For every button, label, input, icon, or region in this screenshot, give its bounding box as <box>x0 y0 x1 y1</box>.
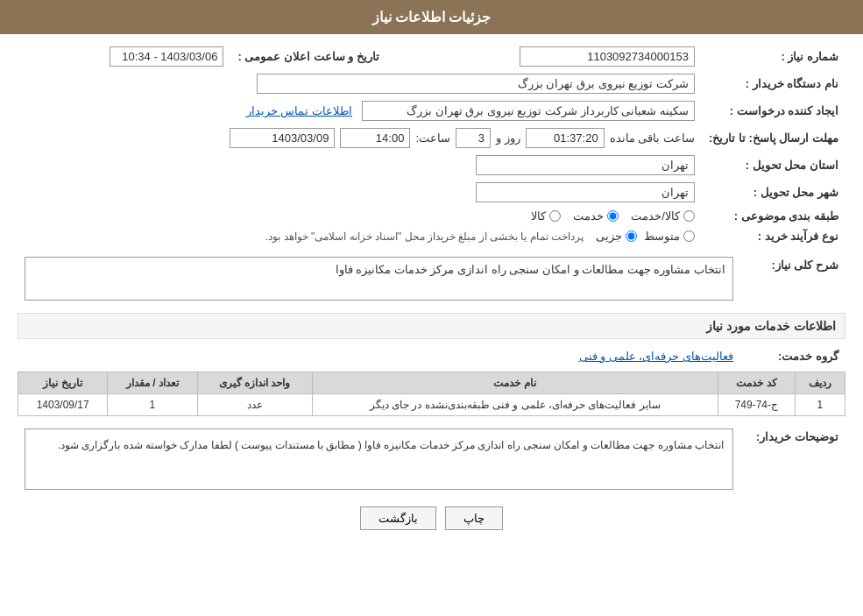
row-ostan: استان محل تحویل : تهران <box>18 152 845 179</box>
nam-dastgah-box: شرکت توزیع نیروی برق تهران بزرگ <box>257 74 695 94</box>
row-shomareNiaz: شماره نیاز : 1103092734000153 تاریخ و سا… <box>18 43 845 70</box>
cell-tarikhNiaz: 1403/09/17 <box>18 394 108 416</box>
label-mohlat: مهلت ارسال پاسخ: تا تاریخ: <box>702 124 845 152</box>
main-content: شماره نیاز : 1103092734000153 تاریخ و سا… <box>0 34 863 539</box>
services-header-row: ردیف کد خدمت نام خدمت واحد اندازه گیری ت… <box>18 372 845 394</box>
label-tawzihat: توضیحات خریدار: <box>740 425 845 493</box>
saat-box: 14:00 <box>340 128 410 148</box>
label-namDastgah: نام دستگاه خریدار : <box>702 70 845 97</box>
date-box: 1403/03/09 <box>230 128 335 148</box>
radio-khadamat-label: خدمت <box>573 209 604 223</box>
radio-kala-input[interactable] <box>549 210 561 222</box>
value-ijadKonande: سکینه شعبانی کاربرداز شرکت توزیع نیروی ب… <box>18 97 702 124</box>
label-saat: ساعت: <box>415 131 450 145</box>
radio-kala-khadamat[interactable]: کالا/خدمت <box>631 209 695 223</box>
table-row: 1ج-74-749سایر فعالیت‌های حرفه‌ای، علمی و… <box>18 394 845 416</box>
th-vahedAndaze: واحد اندازه گیری <box>197 372 312 394</box>
grohe-table: گروه خدمت: فعالیت‌های حرفه‌ای، علمی و فن… <box>18 346 845 366</box>
label-tarikh-aelan: تاریخ و ساعت اعلان عمومی : <box>230 43 386 70</box>
page-title: جزئیات اطلاعات نیاز <box>372 10 492 25</box>
grohe-link[interactable]: فعالیت‌های حرفه‌ای، علمی و فنی <box>579 350 733 363</box>
rooz-box: 3 <box>456 128 491 148</box>
label-shahr: شهر محل تحویل : <box>702 179 845 206</box>
label-grohe: گروه خدمت: <box>740 346 845 366</box>
page-wrapper: جزئیات اطلاعات نیاز شماره نیاز : 1103092… <box>0 0 863 616</box>
radio-khadamat-input[interactable] <box>607 210 619 222</box>
label-nowFarayand: نوع فرآیند خرید : <box>702 226 845 246</box>
cell-vahedAndaze: عدد <box>197 394 312 416</box>
row-grohe: گروه خدمت: فعالیت‌های حرفه‌ای، علمی و فن… <box>18 346 845 366</box>
tawzihat-text: انتخاب مشاوره جهت مطالعات و امکان سنجی ر… <box>58 439 724 451</box>
ijad-konande-box: سکینه شعبانی کاربرداز شرکت توزیع نیروی ب… <box>362 101 695 121</box>
row-shahr: شهر محل تحویل : تهران <box>18 179 845 206</box>
services-table: ردیف کد خدمت نام خدمت واحد اندازه گیری ت… <box>18 372 845 416</box>
radio-kala-khadamat-label: کالا/خدمت <box>631 209 680 223</box>
radio-kala-khadamat-input[interactable] <box>683 210 695 222</box>
tabaqebandi-radio-group: کالا/خدمت خدمت کالا <box>25 209 695 223</box>
radio-kala-label: کالا <box>531 209 546 223</box>
radio-khadamat[interactable]: خدمت <box>573 209 619 223</box>
row-nowFarayand: نوع فرآیند خرید : متوسط جزیی پرداخت تمام… <box>18 226 845 246</box>
th-namKhadamat: نام خدمت <box>312 372 718 394</box>
th-tarikhNiaz: تاریخ نیاز <box>18 372 108 394</box>
section2-title: اطلاعات خدمات مورد نیاز <box>18 313 845 339</box>
tawzihat-table: توضیحات خریدار: انتخاب مشاوره جهت مطالعا… <box>18 425 845 493</box>
row-sharh: شرح کلی نیاز: انتخاب مشاوره جهت مطالعات … <box>18 253 845 304</box>
shomare-niaz-box: 1103092734000153 <box>520 46 695 67</box>
value-shomareNiaz: 1103092734000153 <box>386 43 702 70</box>
th-kodKhadamat: کد خدمت <box>718 372 795 394</box>
row-namDastgah: نام دستگاه خریدار : شرکت توزیع نیروی برق… <box>18 70 845 97</box>
value-ostan: تهران <box>18 152 702 179</box>
value-tarikh-aelan: 1403/03/06 - 10:34 <box>18 43 230 70</box>
label-ijadKonande: ایجاد کننده درخواست : <box>702 97 845 124</box>
sharh-box: انتخاب مشاوره جهت مطالعات و امکان سنجی ر… <box>25 257 733 301</box>
radio-mottasat-input[interactable] <box>683 230 695 242</box>
label-tabaqebandi: طبقه بندی موضوعی : <box>702 206 845 226</box>
farayand-note: پرداخت تمام یا بخشی از مبلغ خریداز محل "… <box>265 230 584 243</box>
saat-mande-box: 01:37:20 <box>526 128 605 148</box>
shahr-box: تهران <box>476 182 695 202</box>
row-tawzihat: توضیحات خریدار: انتخاب مشاوره جهت مطالعا… <box>18 425 845 493</box>
tarikh-aelan-box: 1403/03/06 - 10:34 <box>110 46 223 67</box>
cell-namKhadamat: سایر فعالیت‌های حرفه‌ای، علمی و فنی طبقه… <box>312 394 718 416</box>
radio-kala[interactable]: کالا <box>531 209 561 223</box>
label-ostan: استان محل تحویل : <box>702 152 845 179</box>
row-tabaqebandi: طبقه بندی موضوعی : کالا/خدمت خدمت <box>18 206 845 226</box>
row-ijadKonande: ایجاد کننده درخواست : سکینه شعبانی کاربر… <box>18 97 845 124</box>
th-radif: ردیف <box>795 372 845 394</box>
ostan-box: تهران <box>476 155 695 175</box>
value-sharh: انتخاب مشاوره جهت مطالعات و امکان سنجی ر… <box>18 253 740 304</box>
cell-radif: 1 <box>795 394 845 416</box>
label-shomareNiaz: شماره نیاز : <box>702 43 845 70</box>
radio-mottasat[interactable]: متوسط <box>644 230 695 243</box>
time-row: ساعت باقی مانده 01:37:20 روز و 3 ساعت: 1… <box>25 128 695 148</box>
label-saatMande: ساعت باقی مانده <box>610 131 695 145</box>
value-tabaqebandi: کالا/خدمت خدمت کالا <box>18 206 702 226</box>
value-shahr: تهران <box>18 179 702 206</box>
page-header: جزئیات اطلاعات نیاز <box>0 0 863 34</box>
value-tawzihat: انتخاب مشاوره جهت مطالعات و امکان سنجی ر… <box>18 425 740 493</box>
radio-mottasat-label: متوسط <box>644 230 680 243</box>
row-mohlat: مهلت ارسال پاسخ: تا تاریخ: ساعت باقی مان… <box>18 124 845 152</box>
ettelaat-tamas-link[interactable]: اطلاعات تماس خریدار <box>246 104 352 117</box>
radio-jozii-label: جزیی <box>596 230 622 243</box>
btn-chap[interactable]: چاپ <box>445 506 503 530</box>
btn-bazgasht[interactable]: بازگشت <box>360 506 436 530</box>
sharh-text: انتخاب مشاوره جهت مطالعات و امکان سنجی ر… <box>336 263 725 276</box>
value-nowFarayand: متوسط جزیی پرداخت تمام یا بخشی از مبلغ خ… <box>18 226 702 246</box>
sharh-table: شرح کلی نیاز: انتخاب مشاوره جهت مطالعات … <box>18 253 845 304</box>
value-grohe: فعالیت‌های حرفه‌ای، علمی و فنی <box>18 346 740 366</box>
farayand-row: متوسط جزیی پرداخت تمام یا بخشی از مبلغ خ… <box>25 230 695 243</box>
cell-kodKhadamat: ج-74-749 <box>718 394 795 416</box>
cell-tedadMeghdad: 1 <box>108 394 197 416</box>
value-mohlat: ساعت باقی مانده 01:37:20 روز و 3 ساعت: 1… <box>18 124 702 152</box>
label-sharh: شرح کلی نیاز: <box>740 253 845 304</box>
top-info-table: شماره نیاز : 1103092734000153 تاریخ و سا… <box>18 43 845 246</box>
value-namDastgah: شرکت توزیع نیروی برق تهران بزرگ <box>18 70 702 97</box>
label-rooz: روز و <box>496 131 520 145</box>
radio-jozii-input[interactable] <box>626 230 637 242</box>
services-tbody: 1ج-74-749سایر فعالیت‌های حرفه‌ای، علمی و… <box>18 394 845 416</box>
th-tedadMeghdad: تعداد / مقدار <box>108 372 197 394</box>
radio-jozii[interactable]: جزیی <box>596 230 637 243</box>
services-thead: ردیف کد خدمت نام خدمت واحد اندازه گیری ت… <box>18 372 845 394</box>
